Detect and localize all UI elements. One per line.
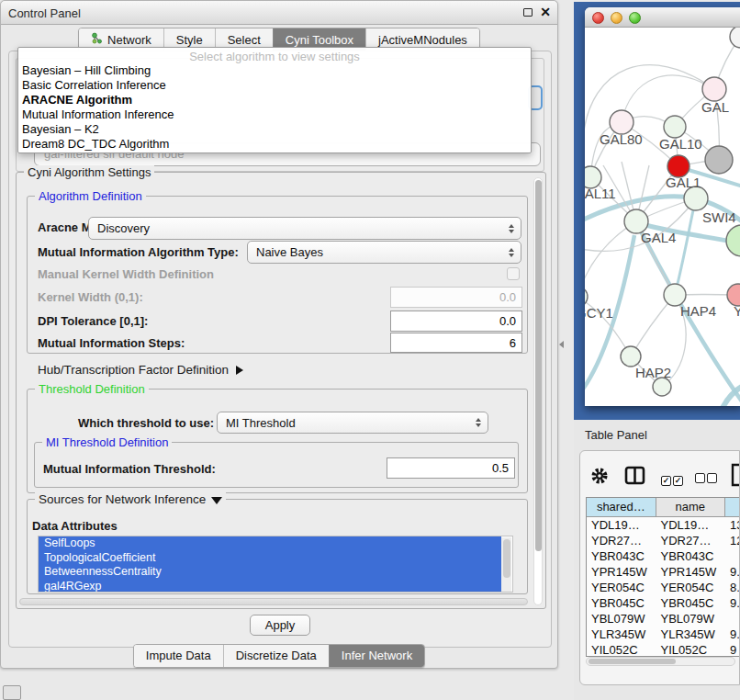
new-document-icon[interactable]	[730, 463, 740, 487]
column-header[interactable]	[725, 498, 740, 517]
node-GAL4-label: GAL4	[641, 230, 676, 245]
node-gray[interactable]	[705, 146, 733, 174]
algorithm-option[interactable]: ARACNE Algorithm	[18, 93, 531, 107]
data-attributes-list[interactable]: SelfLoopsTopologicalCoefficientBetweenne…	[38, 536, 513, 593]
node-bottom-partial[interactable]	[653, 378, 671, 396]
table-row[interactable]: YDL19…YDL19…13	[587, 517, 740, 533]
table-row[interactable]: YDR27…YDR27…12	[587, 533, 740, 548]
tab-infer-network[interactable]: Infer Network	[329, 645, 424, 667]
sources-group-title[interactable]: Sources for Network Inference	[35, 492, 226, 506]
node-GAL1-label: GAL1	[666, 175, 701, 190]
node-GAL11-label: GAL11	[585, 186, 616, 201]
hub-factor-expander[interactable]: Hub/Transcription Factor Definition	[38, 363, 243, 377]
column-header[interactable]: name	[656, 498, 726, 517]
which-threshold-combobox[interactable]: MI Threshold	[217, 412, 488, 434]
tab-discretize-data[interactable]: Discretize Data	[223, 645, 329, 667]
table-row[interactable]: YIL052CYIL052C9	[587, 642, 740, 656]
node-top-partial[interactable]	[730, 28, 740, 48]
manual-kernel-checkbox[interactable]	[507, 267, 520, 280]
scrollbar-thumb[interactable]	[589, 659, 676, 664]
table-cell: YDR27…	[587, 533, 656, 548]
table-cell: YDL19…	[587, 517, 656, 533]
algorithm-option[interactable]: Basic Correlation Inference	[18, 78, 531, 93]
table-cell: 9	[725, 642, 740, 656]
table-horizontal-scrollbar[interactable]	[586, 657, 735, 666]
tab-impute-data[interactable]: Impute Data	[134, 645, 223, 667]
settings-vertical-scrollbar[interactable]	[533, 177, 543, 605]
algorithm-dropdown-placeholder: Select algorithm to view settings	[18, 48, 531, 63]
manual-kernel-label: Manual Kernel Width Definition	[38, 267, 214, 281]
node-SWI4-label: SWI4	[702, 209, 736, 225]
network-edge	[585, 65, 714, 138]
node-big-green[interactable]	[726, 225, 740, 256]
minimized-panel-icon[interactable]	[3, 685, 21, 700]
zoom-traffic-light-icon[interactable]	[629, 12, 641, 24]
attribute-item[interactable]: SelfLoops	[39, 536, 501, 551]
table-row[interactable]: YLR345WYLR345W9.	[587, 627, 740, 642]
node-HAP2[interactable]	[621, 346, 641, 367]
which-threshold-label: Which threshold to use:	[78, 416, 214, 430]
table-row[interactable]: YBR045CYBR045C9.	[587, 595, 740, 611]
table-cell: 12	[725, 533, 740, 548]
threshold-definition-title: Threshold Definition	[35, 382, 149, 396]
settings-gear-icon[interactable]	[589, 466, 610, 486]
node-GAL10[interactable]	[664, 116, 686, 138]
algorithm-option[interactable]: Bayesian – K2	[18, 122, 531, 137]
node-salmon-label: Y	[734, 303, 740, 319]
table-cell: 13	[725, 517, 740, 533]
table-cell: YER054C	[587, 580, 656, 595]
node-attribute-table[interactable]: shared…name YDL19…YDL19…13YDR27…YDR27…12…	[586, 497, 740, 657]
aracne-mode-combobox[interactable]: Discovery	[88, 217, 521, 240]
network-view-window[interactable]: GALGAL80GAL10GAL1GAL11SWI4GAL4GCY1HAP4YH…	[585, 7, 740, 406]
cyni-bottom-tabbar: Impute DataDiscretize DataInfer Network	[1, 644, 557, 668]
settings-horizontal-scrollbar[interactable]	[19, 598, 528, 605]
mi-type-combobox[interactable]: Naive Bayes	[247, 241, 521, 264]
attributes-scrollbar[interactable]	[501, 537, 511, 593]
select-all-checkboxes-icon[interactable]: ✓✓	[661, 470, 685, 487]
table-cell: 9.	[725, 595, 740, 611]
apply-button[interactable]: Apply	[250, 615, 310, 636]
table-row[interactable]: YER054CYER054C8.	[587, 580, 740, 595]
close-traffic-light-icon[interactable]	[592, 12, 604, 24]
scrollbar-thumb[interactable]	[503, 539, 510, 578]
node-gal-partial-label: GAL	[701, 99, 729, 115]
algorithm-definition-title: Algorithm Definition	[35, 189, 146, 203]
tab-label: jActiveMNodules	[378, 33, 467, 47]
table-row[interactable]: YBR043CYBR043C	[587, 548, 740, 564]
algorithm-option[interactable]: Bayesian – Hill Climbing	[18, 63, 531, 78]
node-gal-partial[interactable]	[702, 77, 726, 101]
combo-arrows-icon	[509, 248, 514, 257]
tab-label: Cyni Toolbox	[286, 33, 353, 47]
minimize-traffic-light-icon[interactable]	[611, 12, 622, 24]
scrollbar-thumb[interactable]	[535, 180, 542, 551]
attribute-item[interactable]: BetweennessCentrality	[39, 565, 501, 580]
attribute-item[interactable]: gal4RGexp	[39, 580, 501, 593]
column-header[interactable]: shared…	[587, 498, 656, 517]
kernel-width-field[interactable]	[390, 287, 522, 308]
float-window-icon[interactable]	[523, 8, 533, 17]
table-cell: 9.	[725, 627, 740, 642]
network-graph[interactable]: GALGAL80GAL10GAL1GAL11SWI4GAL4GCY1HAP4YH…	[585, 28, 740, 406]
mi-threshold-field[interactable]	[387, 457, 515, 479]
table-cell: YDR27…	[656, 533, 726, 548]
deselect-all-checkboxes-icon[interactable]	[695, 470, 719, 487]
attribute-item[interactable]: TopologicalCoefficient	[39, 551, 501, 566]
split-columns-icon[interactable]	[624, 466, 646, 486]
algorithm-option[interactable]: Mutual Information Inference	[18, 107, 531, 122]
table-row[interactable]: YBL079WYBL079W	[587, 611, 740, 627]
algorithm-option[interactable]: Dream8 DC_TDC Algorithm	[18, 137, 531, 152]
node-HAP4-label: HAP4	[680, 303, 716, 319]
network-window-titlebar	[585, 7, 740, 28]
dpi-tolerance-field[interactable]	[390, 310, 522, 332]
table-panel-title: Table Panel	[585, 428, 647, 442]
expander-arrow-icon	[236, 366, 243, 375]
panel-divider-arrow[interactable]	[559, 341, 564, 348]
tab-label: Infer Network	[342, 649, 412, 662]
network-canvas[interactable]: GALGAL80GAL10GAL1GAL11SWI4GAL4GCY1HAP4YH…	[585, 28, 740, 406]
collapse-arrow-icon	[211, 497, 222, 504]
table-cell: YBL079W	[587, 611, 656, 627]
table-row[interactable]: YPR145WYPR145W9.	[587, 564, 740, 580]
close-icon[interactable]: ✕	[540, 5, 551, 19]
table-cell: 8.	[725, 580, 740, 595]
mi-steps-field[interactable]	[390, 333, 522, 353]
